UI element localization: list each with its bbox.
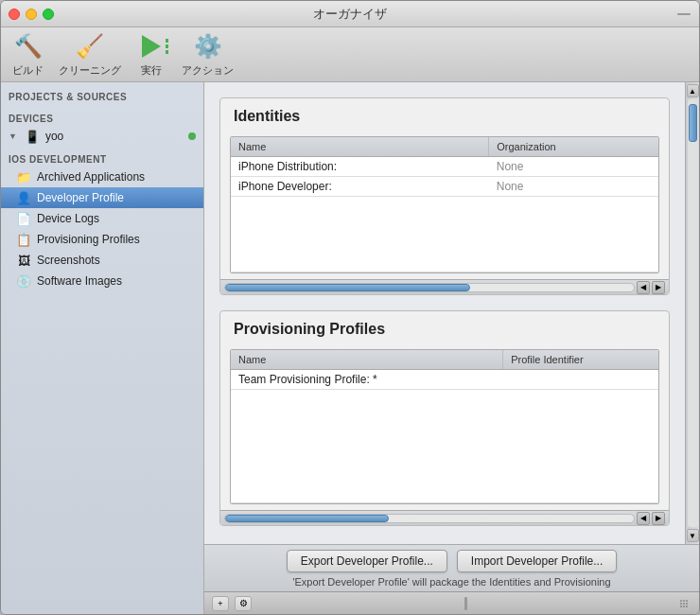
identities-col-name: Name [231, 137, 489, 157]
prov-scroll-thumb[interactable] [225, 515, 389, 522]
prov-scroll-right-arrow[interactable]: ▶ [652, 512, 665, 525]
footer-buttons: Export Developer Profile... Import Devel… [287, 550, 617, 572]
prov-scroll-track[interactable] [224, 514, 635, 523]
build-toolbar-item[interactable]: 🔨 ビルド [12, 31, 44, 78]
action-label: アクション [182, 63, 234, 78]
sidebar-item-software-images[interactable]: 💿 Software Images [1, 271, 203, 291]
device-online-indicator [188, 132, 196, 140]
sidebar: PROJECTS & SOURCES DEVICES ▼ 📱 yoo IOS D… [1, 82, 204, 614]
identity-org-1: None [489, 177, 658, 197]
clean-icon: 🧹 [75, 31, 105, 62]
device-logs-label: Device Logs [37, 212, 99, 225]
table-row-empty [231, 197, 658, 272]
identities-title: Identities [220, 98, 669, 131]
right-scrollbar[interactable]: ▲ ▼ [685, 82, 699, 544]
sidebar-item-archived-apps[interactable]: 📁 Archived Applications [1, 167, 203, 187]
action-toolbar-item[interactable]: ⚙️ アクション [182, 31, 234, 78]
developer-profile-label: Developer Profile [37, 191, 124, 204]
sidebar-item-yoo[interactable]: ▼ 📱 yoo [1, 126, 203, 147]
provisioning-scrollbar[interactable]: ◀ ▶ [220, 510, 669, 525]
identities-scrollbar[interactable]: ◀ ▶ [220, 279, 669, 294]
sidebar-item-screenshots[interactable]: 🖼 Screenshots [1, 250, 203, 271]
device-name: yoo [45, 130, 63, 143]
provisioning-label: Provisioning Profiles [37, 233, 140, 246]
settings-button[interactable]: ⚙ [235, 596, 252, 611]
resize-handle[interactable] [680, 598, 691, 609]
build-label: ビルド [12, 63, 44, 78]
prov-name-0: Team Provisioning Profile: * [231, 370, 503, 390]
sidebar-item-device-logs[interactable]: 📄 Device Logs [1, 208, 203, 229]
prov-scroll-left-arrow[interactable]: ◀ [637, 512, 650, 525]
run-icon [136, 31, 166, 62]
ios-dev-section-header: IOS DEVELOPMENT [1, 150, 203, 167]
vscroll-up-arrow[interactable]: ▲ [687, 84, 699, 97]
scroll-right-arrow[interactable]: ▶ [652, 281, 665, 294]
export-profile-button[interactable]: Export Developer Profile... [287, 550, 447, 572]
resize-indicator [676, 9, 691, 19]
identities-scroll-thumb[interactable] [225, 284, 470, 291]
screenshots-label: Screenshots [37, 254, 100, 267]
projects-section-header: PROJECTS & SOURCES [1, 88, 203, 104]
prov-id-0 [503, 370, 658, 390]
provisioning-table: Name Profile Identifier Team Provisionin… [231, 350, 658, 503]
toolbar: 🔨 ビルド 🧹 クリーニング 実行 ⚙️ [1, 27, 699, 82]
software-images-icon: 💿 [16, 273, 31, 289]
run-label: 実行 [141, 63, 162, 78]
screenshots-icon: 🖼 [16, 253, 31, 268]
content-area: Identities Name Organization [204, 82, 685, 544]
archived-apps-label: Archived Applications [37, 170, 145, 184]
close-button[interactable] [9, 9, 20, 20]
prov-col-name: Name [231, 350, 503, 370]
clean-toolbar-item[interactable]: 🧹 クリーニング [59, 31, 121, 78]
footer: Export Developer Profile... Import Devel… [204, 544, 699, 591]
software-images-label: Software Images [37, 274, 122, 288]
vscroll-track[interactable] [688, 99, 698, 527]
main-area: PROJECTS & SOURCES DEVICES ▼ 📱 yoo IOS D… [1, 82, 699, 614]
identities-table: Name Organization iPhone Distribution: N… [231, 137, 658, 272]
build-icon: 🔨 [13, 31, 44, 62]
clean-label: クリーニング [59, 63, 121, 78]
footer-status-text: 'Export Developer Profile' will package … [292, 576, 610, 588]
bottom-bar: + ⚙ [204, 591, 699, 614]
vscroll-down-arrow[interactable]: ▼ [687, 529, 699, 542]
identities-panel: Identities Name Organization [219, 97, 670, 295]
identity-org-0: None [489, 157, 658, 177]
run-toolbar-item[interactable]: 実行 [136, 31, 166, 78]
settings-icon: ⚙ [239, 598, 248, 608]
sidebar-item-developer-profile[interactable]: 👤 Developer Profile [1, 187, 203, 208]
identity-name-1: iPhone Developer: [231, 177, 489, 197]
table-row-empty [231, 390, 658, 503]
table-row[interactable]: Team Provisioning Profile: * [231, 370, 658, 390]
table-row[interactable]: iPhone Distribution: None [231, 157, 658, 177]
provisioning-title: Provisioning Profiles [220, 311, 669, 343]
disclosure-triangle: ▼ [9, 132, 17, 141]
device-logs-icon: 📄 [16, 211, 31, 226]
device-icon: 📱 [25, 129, 40, 144]
identities-col-org: Organization [489, 137, 658, 157]
identities-table-wrapper: Name Organization iPhone Distribution: N… [230, 136, 659, 273]
identities-scroll-track[interactable] [224, 283, 635, 292]
window-title: オーガナイザ [313, 6, 387, 23]
devices-section-header: DEVICES [1, 110, 203, 126]
traffic-lights [9, 9, 54, 20]
identity-name-0: iPhone Distribution: [231, 157, 489, 177]
sidebar-item-provisioning-profiles[interactable]: 📋 Provisioning Profiles [1, 229, 203, 250]
import-profile-button[interactable]: Import Developer Profile... [457, 550, 617, 572]
vscroll-thumb[interactable] [689, 104, 697, 142]
archived-apps-icon: 📁 [16, 169, 31, 184]
provisioning-panel: Provisioning Profiles Name Profile Ident… [219, 310, 670, 526]
developer-profile-icon: 👤 [16, 190, 31, 205]
maximize-button[interactable] [43, 9, 54, 20]
provisioning-icon: 📋 [16, 232, 31, 247]
minimize-button[interactable] [26, 9, 37, 20]
scroll-left-arrow[interactable]: ◀ [637, 281, 650, 294]
add-button[interactable]: + [212, 596, 229, 611]
provisioning-table-wrapper: Name Profile Identifier Team Provisionin… [230, 349, 659, 504]
prov-col-id: Profile Identifier [503, 350, 658, 370]
titlebar: オーガナイザ [1, 1, 699, 27]
table-row[interactable]: iPhone Developer: None [231, 177, 658, 197]
action-icon: ⚙️ [193, 31, 223, 62]
main-window: オーガナイザ 🔨 ビルド 🧹 クリーニング [0, 0, 700, 615]
